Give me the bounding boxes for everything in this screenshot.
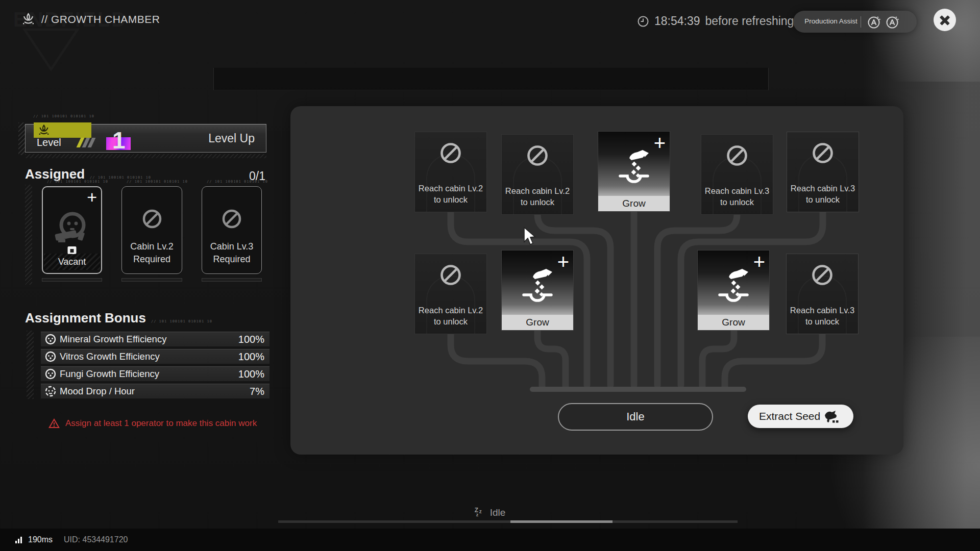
cabin-level-bar: Level 1 Level Up — [25, 124, 266, 153]
deco-micro-text: // 101 100101 010101 10 — [33, 114, 94, 118]
warning-message: Assign at least 1 operator to make this … — [48, 418, 257, 429]
divider — [861, 16, 861, 28]
plot-lock-label: Reach cabin Lv.2 to unlock — [502, 186, 573, 208]
no-entry-icon — [526, 144, 549, 167]
plot-tile-locked: Reach cabin Lv.3 to unlock — [787, 132, 859, 212]
extract-seed-button[interactable]: Extract Seed — [748, 405, 853, 428]
sprout-icon — [21, 12, 35, 26]
plot-lock-label: Reach cabin Lv.3 to unlock — [787, 183, 859, 206]
sow-seeds-icon — [714, 266, 753, 306]
ping-value: 190ms — [28, 535, 53, 544]
endfield-logo-triangle — [20, 27, 82, 72]
no-entry-icon — [439, 141, 462, 165]
no-entry-icon — [439, 263, 462, 287]
plus-icon: + — [87, 188, 97, 206]
operator-slot-locked-lv3: Cabin Lv.3 Required — [202, 186, 262, 274]
plus-icon: + — [753, 251, 765, 273]
slot-underbar — [202, 278, 262, 282]
plus-icon: + — [654, 132, 666, 154]
timer-label: before refreshing — [705, 14, 794, 28]
operator-silhouette-icon — [52, 210, 92, 245]
level-up-button[interactable]: Level Up — [208, 124, 255, 152]
no-entry-icon — [811, 141, 835, 165]
system-footer: 190ms UID: 4534491720 — [0, 529, 980, 551]
bonus-label: Mood Drop / Hour — [60, 386, 135, 397]
refresh-timer: 18:54:39 before refreshing — [637, 14, 794, 28]
badge-icon — [68, 246, 77, 254]
page-header: // GROWTH CHAMBER — [21, 12, 160, 26]
bonus-value: 7% — [250, 386, 264, 397]
sleep-icon: Zzz — [475, 507, 486, 518]
close-icon — [939, 14, 951, 26]
slot-requirement: Cabin Lv.2 Required — [122, 240, 182, 265]
bonus-row: Vitros Growth Efficiency 100% — [41, 349, 270, 364]
growth-chamber-screen: ENDFIELD // GROWTH CHAMBER 18:54:39 befo… — [0, 0, 980, 551]
mood-icon — [45, 386, 56, 397]
bonus-row: Mineral Growth Efficiency 100% — [41, 332, 270, 347]
warning-icon — [48, 418, 60, 429]
deco-micro-text: // 101 100101 010101 10 — [127, 180, 188, 184]
level-label: Level — [37, 137, 61, 148]
bonus-label: Fungi Growth Efficiency — [60, 368, 159, 380]
level-chip — [34, 122, 91, 138]
auto-assist-icon[interactable] — [885, 14, 900, 30]
bonus-label: Vitros Growth Efficiency — [60, 351, 160, 362]
timer-value: 18:54:39 — [654, 14, 700, 28]
hand-seed-icon — [823, 409, 839, 423]
close-button[interactable] — [934, 9, 956, 31]
operator-efficiency-icon — [45, 351, 56, 362]
uid-value: UID: 4534491720 — [64, 535, 128, 544]
plus-icon: + — [557, 251, 569, 273]
bonus-value: 100% — [238, 351, 264, 363]
vacant-label: Vacant — [44, 254, 100, 270]
operator-efficiency-icon — [45, 368, 56, 380]
scrollbar-track — [278, 520, 738, 523]
deco-micro-text: // 101 100101 010101 10 — [151, 319, 212, 323]
hatch-decoration — [18, 122, 25, 155]
plot-lock-label: Reach cabin Lv.2 to unlock — [415, 183, 486, 206]
level-pips — [79, 138, 93, 147]
clock-icon — [637, 15, 649, 28]
page-title: // GROWTH CHAMBER — [41, 13, 160, 26]
hatch-decoration — [27, 331, 34, 399]
chamber-status: Zzz Idle — [0, 507, 980, 518]
plot-lock-label: Reach cabin Lv.2 to unlock — [415, 305, 486, 328]
plot-tile-grow[interactable]: + Grow — [501, 250, 574, 331]
operator-efficiency-icon — [45, 334, 56, 345]
scrollbar-thumb[interactable] — [510, 520, 612, 523]
production-assist-button[interactable]: Production Assist — [793, 11, 917, 33]
operator-slot-locked-lv2: Cabin Lv.2 Required — [121, 186, 182, 274]
plot-tile-locked: Reach cabin Lv.2 to unlock — [414, 132, 487, 212]
chamber-status-text: Idle — [490, 507, 506, 518]
hatch-decoration — [25, 154, 266, 158]
plot-grow-label: Grow — [598, 196, 670, 211]
bonus-row: Fungi Growth Efficiency 100% — [41, 366, 270, 382]
plot-tile-grow[interactable]: + Grow — [598, 131, 670, 212]
plot-tile-locked: Reach cabin Lv.2 to unlock — [501, 134, 574, 215]
no-entry-icon — [141, 208, 163, 230]
auto-assist-icon[interactable] — [866, 14, 881, 30]
no-entry-icon — [811, 263, 834, 287]
plot-lock-label: Reach cabin Lv.3 to unlock — [701, 186, 773, 208]
assignment-bonus-title: Assignment Bonus — [25, 310, 146, 326]
bonus-row: Mood Drop / Hour 7% — [41, 384, 270, 399]
no-entry-icon — [221, 208, 242, 230]
slot-underbar — [121, 278, 182, 282]
level-value: 1 — [112, 129, 126, 152]
deco-micro-text: // 101 100101 010101 10 — [90, 176, 151, 180]
production-assist-label: Production Assist — [803, 17, 859, 26]
slot-underbar — [42, 278, 102, 282]
plot-tile-grow[interactable]: + Grow — [697, 250, 770, 331]
no-entry-icon — [725, 144, 749, 167]
plot-tile-locked: Reach cabin Lv.3 to unlock — [786, 254, 859, 334]
extract-seed-label: Extract Seed — [759, 410, 820, 422]
plot-grow-label: Grow — [698, 315, 769, 330]
deco-micro-text: // 101 100101 010101 10 — [47, 180, 108, 184]
plot-tile-locked: Reach cabin Lv.3 to unlock — [701, 134, 773, 215]
operator-slot-vacant[interactable]: + Vacant — [42, 186, 102, 274]
sow-seeds-icon — [518, 266, 557, 306]
signal-icon — [15, 537, 22, 543]
status-idle-button[interactable]: Idle — [558, 403, 713, 431]
deco-micro-text: // 101 100101 010101 10 — [207, 180, 268, 184]
plot-grow-label: Grow — [502, 315, 573, 330]
